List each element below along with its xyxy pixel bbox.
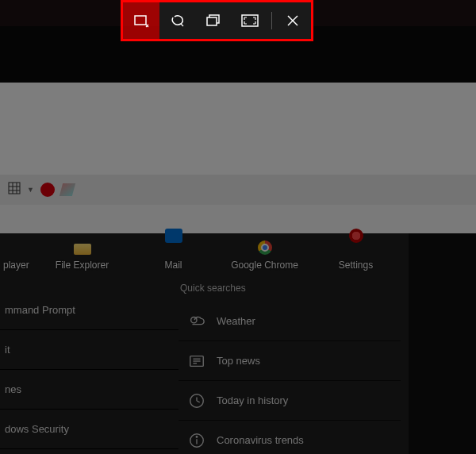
list-item[interactable]: it <box>0 330 178 370</box>
news-icon <box>188 352 205 370</box>
rectangular-snip-button[interactable] <box>123 2 159 39</box>
quick-search-weather[interactable]: Weather <box>178 302 401 341</box>
freeform-snip-button[interactable] <box>159 2 196 39</box>
quick-search-top-news[interactable]: Top news <box>178 341 401 381</box>
adblock-icon[interactable] <box>40 183 55 197</box>
tile-label: Mail <box>164 260 182 271</box>
chrome-icon <box>258 240 272 255</box>
tile-label: Settings <box>339 260 373 271</box>
window-snip-button[interactable] <box>196 2 232 39</box>
list-item-label: mmand Prompt <box>5 304 75 316</box>
close-snip-button[interactable] <box>275 2 312 39</box>
extension-icon[interactable] <box>60 183 75 196</box>
svg-point-15 <box>196 436 197 437</box>
grid-dropdown-icon[interactable] <box>8 182 21 198</box>
dropdown-caret-icon[interactable]: ▼ <box>27 186 34 194</box>
svg-rect-16 <box>135 16 146 25</box>
quick-search-label: Coronavirus trends <box>217 434 304 446</box>
quick-searches-header: Quick searches <box>178 279 401 302</box>
top-apps-row: player File Explorer Mail Google Chrome … <box>0 233 409 275</box>
svg-rect-18 <box>207 17 217 25</box>
list-item-label: dows Security <box>5 423 69 435</box>
svg-rect-19 <box>242 15 258 26</box>
start-search-panel: player File Explorer Mail Google Chrome … <box>0 233 409 454</box>
page-content-band <box>0 83 476 175</box>
tile-label: File Explorer <box>56 260 109 271</box>
formula-bar-band <box>0 205 476 233</box>
list-item[interactable]: dows Security <box>0 410 178 449</box>
quick-search-today-history[interactable]: Today in history <box>178 381 401 421</box>
recent-list: mmand Prompt it nes dows Security <box>0 290 178 449</box>
mail-icon <box>165 229 182 243</box>
svg-rect-0 <box>9 183 20 194</box>
spreadsheet-toolbar: ▼ <box>0 175 476 205</box>
clock-icon <box>188 392 205 410</box>
app-tile-file-explorer[interactable]: File Explorer <box>37 233 127 275</box>
quick-searches-section: Quick searches Weather Top news Today in… <box>178 279 401 454</box>
folder-icon <box>74 244 91 255</box>
quick-search-label: Weather <box>217 315 255 327</box>
tile-label: player <box>3 260 29 271</box>
weather-icon <box>188 313 205 330</box>
app-tile-player[interactable]: player <box>0 233 36 275</box>
toolbar-divider <box>271 12 272 29</box>
svg-line-12 <box>197 401 200 402</box>
list-item[interactable]: nes <box>0 370 178 410</box>
app-tile-settings[interactable]: Settings <box>311 233 401 275</box>
fullscreen-snip-button[interactable] <box>232 2 268 39</box>
quick-search-coronavirus[interactable]: Coronavirus trends <box>178 421 401 454</box>
app-tile-mail[interactable]: Mail <box>129 233 218 275</box>
list-item-label: nes <box>5 383 21 395</box>
quick-search-label: Top news <box>217 355 260 367</box>
gear-icon <box>349 229 363 243</box>
list-item-label: it <box>5 344 10 356</box>
info-icon <box>188 432 205 449</box>
snip-toolbar <box>159 2 311 39</box>
quick-search-label: Today in history <box>217 394 288 406</box>
list-item[interactable]: mmand Prompt <box>0 290 178 330</box>
app-tile-chrome[interactable]: Google Chrome <box>220 233 309 275</box>
tile-label: Google Chrome <box>231 260 298 271</box>
